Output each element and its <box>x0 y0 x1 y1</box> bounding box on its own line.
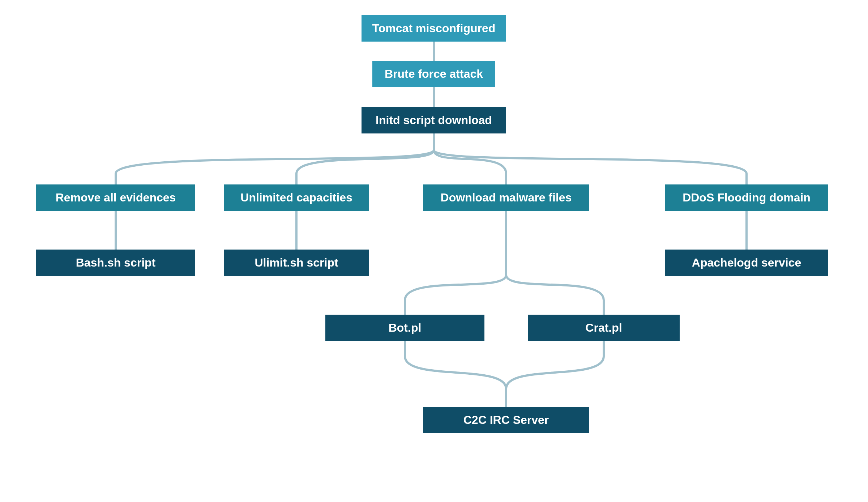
node-label: Tomcat misconfigured <box>372 22 496 35</box>
node-initd-script-download: Initd script download <box>362 107 506 133</box>
node-remove-all-evidences: Remove all evidences <box>36 184 195 211</box>
node-brute-force-attack: Brute force attack <box>372 61 495 87</box>
node-label: Apachelogd service <box>692 256 801 269</box>
node-label: C2C IRC Server <box>463 413 549 427</box>
node-label: Download malware files <box>441 191 572 204</box>
node-label: DDoS Flooding domain <box>683 191 811 204</box>
node-label: Remove all evidences <box>56 191 176 204</box>
node-ulimit-sh-script: Ulimit.sh script <box>224 250 369 276</box>
node-crat-pl: Crat.pl <box>528 315 680 341</box>
node-label: Crat.pl <box>585 321 622 335</box>
node-label: Initd script download <box>376 114 492 127</box>
node-label: Bot.pl <box>389 321 422 335</box>
node-label: Ulimit.sh script <box>255 256 338 269</box>
node-label: Bash.sh script <box>76 256 156 269</box>
node-unlimited-capacities: Unlimited capacities <box>224 184 369 211</box>
node-bot-pl: Bot.pl <box>325 315 484 341</box>
node-apachelogd-service: Apachelogd service <box>665 250 828 276</box>
node-ddos-flooding-domain: DDoS Flooding domain <box>665 184 828 211</box>
node-download-malware-files: Download malware files <box>423 184 589 211</box>
node-label: Brute force attack <box>385 67 483 81</box>
node-c2c-irc-server: C2C IRC Server <box>423 407 589 433</box>
node-bash-sh-script: Bash.sh script <box>36 250 195 276</box>
node-tomcat-misconfigured: Tomcat misconfigured <box>362 15 506 42</box>
node-label: Unlimited capacities <box>240 191 352 204</box>
